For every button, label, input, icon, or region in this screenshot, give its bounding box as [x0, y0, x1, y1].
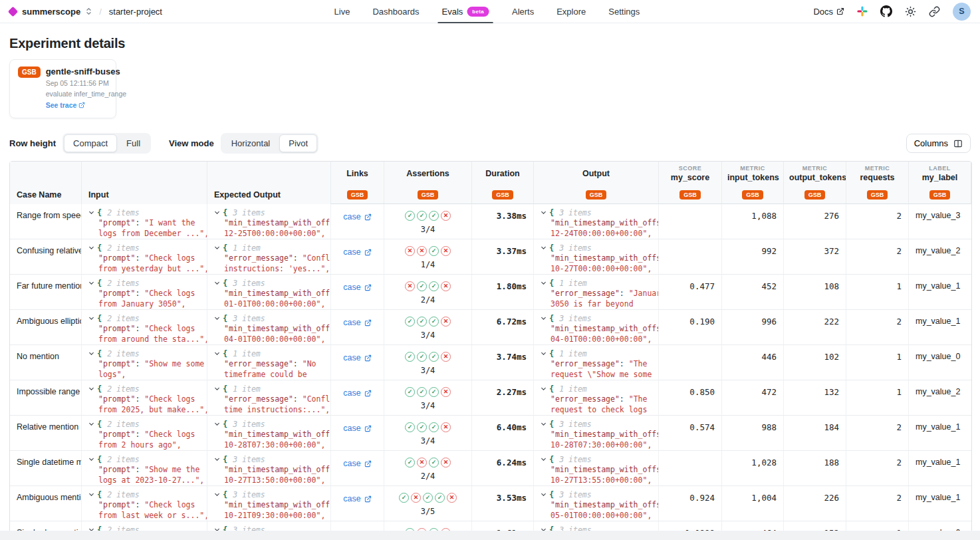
table-row[interactable]: Confusing relative...{2 items"prompt": "… — [10, 239, 971, 275]
assertion-fail-icon[interactable]: ✕ — [417, 458, 427, 468]
case-trace-link[interactable]: case — [343, 283, 371, 292]
gsb-badge[interactable]: GSB — [418, 190, 439, 200]
assertion-pass-icon[interactable]: ✓ — [429, 458, 439, 468]
assertion-pass-icon[interactable]: ✓ — [423, 493, 433, 503]
assertion-pass-icon[interactable]: ✓ — [405, 422, 415, 432]
assertion-fail-icon[interactable]: ✕ — [411, 493, 421, 503]
table-row[interactable]: Single datetime m...{2 items"prompt": "S… — [10, 451, 971, 486]
gsb-badge[interactable]: GSB — [586, 190, 607, 200]
assertion-fail-icon[interactable]: ✕ — [405, 246, 415, 256]
assertion-pass-icon[interactable]: ✓ — [429, 317, 439, 327]
json-expander[interactable]: {1 item — [541, 384, 652, 394]
tab-evals[interactable]: Evals beta — [442, 0, 489, 23]
table-row[interactable]: Range from speech{2 items"prompt": "I wa… — [10, 204, 971, 239]
gsb-badge[interactable]: GSB — [492, 190, 513, 200]
gsb-badge[interactable]: GSB — [679, 190, 701, 200]
assertion-pass-icon[interactable]: ✓ — [435, 493, 445, 503]
json-expander[interactable]: {3 items — [214, 454, 324, 464]
assertion-fail-icon[interactable]: ✕ — [405, 281, 415, 291]
json-expander[interactable]: {3 items — [541, 313, 652, 323]
json-expander[interactable]: {3 items — [541, 489, 652, 499]
github-icon[interactable] — [880, 5, 892, 17]
json-expander[interactable]: {1 item — [541, 278, 652, 288]
col-header-my-label[interactable]: LABELmy_label — [909, 162, 971, 185]
assertion-pass-icon[interactable]: ✓ — [429, 422, 439, 432]
assertion-pass-icon[interactable]: ✓ — [405, 387, 415, 397]
json-expander[interactable]: {3 items — [541, 454, 652, 464]
assertion-fail-icon[interactable]: ✕ — [441, 246, 451, 256]
gsb-badge[interactable]: GSB — [347, 190, 368, 200]
col-header-output[interactable]: Output — [534, 162, 659, 185]
gsb-badge[interactable]: GSB — [742, 190, 763, 200]
case-trace-link[interactable]: case — [343, 459, 371, 468]
assertion-pass-icon[interactable]: ✓ — [405, 317, 415, 327]
assertion-pass-icon[interactable]: ✓ — [417, 352, 427, 362]
tab-settings[interactable]: Settings — [608, 0, 640, 23]
assertion-pass-icon[interactable]: ✓ — [429, 352, 439, 362]
case-trace-link[interactable]: case — [343, 212, 371, 221]
breadcrumb-project[interactable]: starter-project — [109, 7, 162, 17]
assertion-fail-icon[interactable]: ✕ — [441, 317, 451, 327]
assertion-fail-icon[interactable]: ✕ — [441, 387, 451, 397]
json-expander[interactable]: {2 items — [88, 489, 200, 499]
theme-toggle-sun-icon[interactable] — [905, 6, 916, 17]
assertion-pass-icon[interactable]: ✓ — [417, 211, 427, 221]
tab-explore[interactable]: Explore — [556, 0, 586, 23]
col-header-output-tokens[interactable]: METRICoutput_tokens — [784, 162, 846, 185]
row-height-compact-option[interactable]: Compact — [64, 134, 117, 152]
assertion-pass-icon[interactable]: ✓ — [405, 211, 415, 221]
json-expander[interactable]: {3 items — [214, 207, 324, 217]
assertion-pass-icon[interactable]: ✓ — [417, 387, 427, 397]
col-header-input[interactable]: Input — [82, 162, 207, 204]
col-header-assertions[interactable]: Assertions — [384, 162, 472, 185]
gsb-badge[interactable]: GSB — [929, 190, 951, 200]
gsb-badge[interactable]: GSB — [867, 190, 888, 200]
json-expander[interactable]: {3 items — [214, 278, 324, 288]
col-header-duration[interactable]: Duration — [472, 162, 534, 185]
case-trace-link[interactable]: case — [343, 388, 371, 398]
table-row[interactable]: Ambiguous mention{2 items"prompt": "Chec… — [10, 486, 971, 521]
assertion-fail-icon[interactable]: ✕ — [447, 493, 457, 503]
json-expander[interactable]: {2 items — [88, 207, 200, 217]
json-expander[interactable]: {2 items — [88, 419, 200, 429]
case-trace-link[interactable]: case — [343, 353, 371, 362]
experiment-card[interactable]: GSB gentle-sniff-buses Sep 05 12:11:56 P… — [9, 59, 116, 118]
assertion-pass-icon[interactable]: ✓ — [405, 352, 415, 362]
table-row[interactable]: Far future mention{2 items"prompt": "Che… — [10, 275, 971, 310]
assertion-pass-icon[interactable]: ✓ — [405, 458, 415, 468]
tab-dashboards[interactable]: Dashboards — [372, 0, 419, 23]
col-header-case-name[interactable]: Case Name — [10, 162, 82, 204]
case-trace-link[interactable]: case — [343, 494, 371, 503]
case-trace-link[interactable]: case — [343, 424, 371, 433]
assertion-pass-icon[interactable]: ✓ — [429, 246, 439, 256]
col-header-input-tokens[interactable]: METRICinput_tokens — [722, 162, 784, 185]
case-trace-link[interactable]: case — [343, 247, 371, 257]
json-expander[interactable]: {2 items — [88, 348, 200, 358]
table-row[interactable]: Ambiguous elliptic...{2 items"prompt": "… — [10, 310, 971, 345]
table-row[interactable]: Relative mention ...{2 items"prompt": "C… — [10, 416, 971, 451]
col-header-expected-output[interactable]: Expected Output — [207, 162, 331, 204]
json-expander[interactable]: {2 items — [88, 454, 200, 464]
row-height-full-option[interactable]: Full — [117, 134, 150, 152]
docs-link[interactable]: Docs — [813, 7, 844, 17]
avatar[interactable]: S — [953, 3, 971, 21]
json-expander[interactable]: {3 items — [541, 207, 652, 217]
assertion-pass-icon[interactable]: ✓ — [417, 281, 427, 291]
json-expander[interactable]: {2 items — [88, 313, 200, 323]
json-expander[interactable]: {3 items — [541, 419, 652, 429]
columns-button[interactable]: Columns — [906, 134, 971, 153]
case-trace-link[interactable]: case — [343, 318, 371, 327]
view-mode-horizontal-option[interactable]: Horizontal — [222, 134, 280, 152]
col-header-my-score[interactable]: SCOREmy_score — [659, 162, 722, 185]
gsb-badge[interactable]: GSB — [804, 190, 826, 200]
col-header-requests[interactable]: METRICrequests — [846, 162, 909, 185]
assertion-fail-icon[interactable]: ✕ — [441, 211, 451, 221]
assertion-fail-icon[interactable]: ✕ — [417, 246, 427, 256]
view-mode-pivot-option[interactable]: Pivot — [279, 134, 317, 152]
json-expander[interactable]: {2 items — [88, 384, 200, 394]
assertion-pass-icon[interactable]: ✓ — [429, 281, 439, 291]
json-expander[interactable]: {2 items — [88, 243, 200, 253]
workspace-switcher[interactable]: summerscope — [9, 7, 92, 17]
assertion-fail-icon[interactable]: ✕ — [441, 458, 451, 468]
json-expander[interactable]: {3 items — [541, 243, 652, 253]
